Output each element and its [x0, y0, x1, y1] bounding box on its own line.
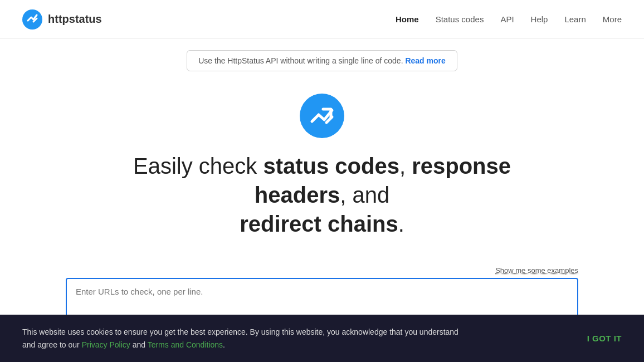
nav-status-codes[interactable]: Status codes	[436, 14, 484, 24]
banner-box: Use the HttpStatus API without writing a…	[187, 50, 457, 71]
hero-icon	[300, 94, 344, 140]
hero-bold-status: status codes	[263, 154, 399, 178]
cookie-text: This website uses cookies to ensure you …	[22, 326, 468, 351]
banner-text: Use the HttpStatus API without writing a…	[198, 56, 403, 65]
nav-api[interactable]: API	[500, 14, 514, 24]
i-got-it-button[interactable]: I GOT IT	[587, 334, 622, 343]
logo-text: httpstatus	[48, 13, 102, 26]
nav-learn[interactable]: Learn	[564, 14, 586, 24]
hero-section: Easily check status codes, response head…	[0, 77, 644, 250]
nav-more[interactable]: More	[603, 14, 622, 24]
nav-help[interactable]: Help	[531, 14, 548, 24]
nav-home[interactable]: Home	[396, 14, 419, 24]
header: httpstatus Home Status codes API Help Le…	[0, 0, 644, 39]
terms-conditions-link[interactable]: Terms and Conditions	[148, 340, 223, 349]
cookie-text-after: .	[223, 340, 225, 349]
cookie-text-middle: and	[130, 340, 148, 349]
hero-sep2: , and	[340, 183, 389, 207]
svg-point-1	[300, 94, 344, 138]
url-section-top: Show me some examples	[66, 266, 578, 275]
banner-read-more-link[interactable]: Read more	[405, 56, 445, 65]
cookie-banner: This website uses cookies to ensure you …	[0, 315, 644, 358]
hero-title: Easily check status codes, response head…	[99, 151, 545, 238]
logo-icon	[22, 9, 42, 30]
api-banner: Use the HttpStatus API without writing a…	[0, 39, 644, 77]
nav: Home Status codes API Help Learn More	[396, 14, 622, 24]
hero-sep1: ,	[399, 154, 406, 178]
hero-title-part1: Easily check	[133, 154, 263, 178]
show-examples-link[interactable]: Show me some examples	[495, 266, 578, 275]
logo[interactable]: httpstatus	[22, 9, 102, 30]
privacy-policy-link[interactable]: Privacy Policy	[82, 340, 130, 349]
hero-bold-redirects: redirect chains	[240, 212, 398, 236]
hero-end: .	[398, 212, 404, 236]
